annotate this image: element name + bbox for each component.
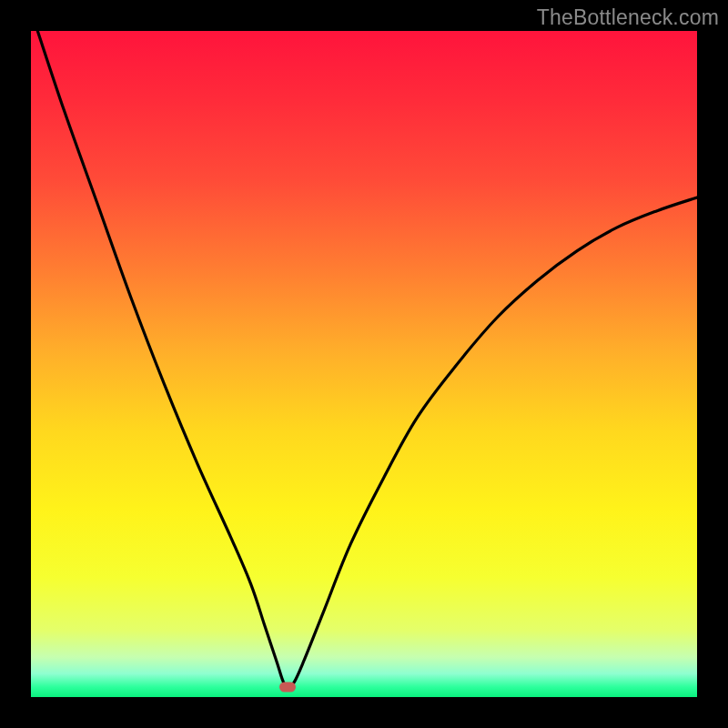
optimal-point-marker [279, 682, 296, 693]
bottleneck-curve [31, 31, 697, 697]
watermark-text: TheBottleneck.com [537, 5, 719, 30]
plot-area [31, 31, 697, 697]
chart-frame: TheBottleneck.com [0, 0, 728, 728]
